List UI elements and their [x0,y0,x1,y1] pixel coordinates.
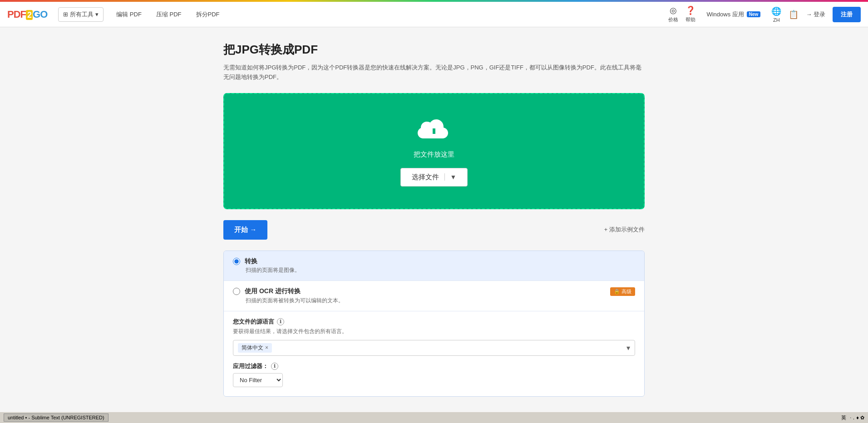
taskbar-icons: ·．♦ ✿ [850,414,864,421]
source-lang-desc: 要获得最佳结果，请选择文件包含的所有语言。 [233,328,635,335]
convert-desc: 扫描的页面将是图像。 [246,266,635,274]
filter-info-icon[interactable]: ℹ [271,363,278,370]
lang-tag-close-button[interactable]: × [265,344,268,351]
filter-label: 应用过滤器： ℹ [233,362,635,370]
convert-option-header: 转换 [233,257,635,266]
header: PDF2GO ⊞ 所有工具 ▾ 编辑 PDF 压缩 PDF 拆分PDF ◎ 价格… [0,2,868,27]
language-button[interactable]: 🌐 ZH [771,6,781,23]
choose-file-button[interactable]: 选择文件 ▼ [400,168,468,187]
svg-rect-1 [433,128,435,134]
convert-title: 转换 [245,257,257,266]
ocr-details-section: 您文件的源语言 ℹ 要获得最佳结果，请选择文件包含的所有语言。 简体中文 × ▾… [224,311,644,396]
windows-app-label: Windows 应用 [706,10,744,19]
nav-edit-pdf[interactable]: 编辑 PDF [111,8,147,21]
price-button[interactable]: ◎ 价格 [668,5,678,23]
clipboard-button[interactable]: 📋 [789,10,799,20]
lang-tag-label: 简体中文 [242,344,263,352]
help-icon: ❓ [686,5,695,15]
nav-split-pdf[interactable]: 拆分PDF [191,8,225,21]
nav-all-tools-label: 所有工具 [70,10,94,19]
taskbar-right: 英 ·．♦ ✿ [841,414,864,421]
upload-icon [418,116,450,145]
upload-area[interactable]: 把文件放这里 选择文件 ▼ [223,93,645,209]
logo-2: 2 [26,10,33,20]
register-button[interactable]: 注册 [833,7,861,22]
ocr-desc: 扫描的页面将被转换为可以编辑的文本。 [246,297,635,305]
main-content: 把JPG转换成PDF 无需知道如何将JPG转换为PDF，因为这个PDF转换器是您… [216,27,652,415]
taskbar-item[interactable]: untitled • - Sublime Text (UNREGISTERED) [4,413,108,422]
help-button[interactable]: ❓ 帮助 [686,5,695,23]
nav-compress-pdf[interactable]: 压缩 PDF [151,8,187,21]
grid-icon: ⊞ [63,11,68,18]
filter-select[interactable]: No Filter [233,373,283,387]
upload-label: 把文件放这里 [414,150,454,159]
action-row: 开始 → + 添加示例文件 [223,220,645,240]
options-panel: 转换 扫描的页面将是图像。 使用 OCR 进行转换 🔒 高级 扫描的页面将被转换… [223,251,645,397]
clipboard-icon: 📋 [789,10,799,20]
lang-label: ZH [773,17,780,23]
source-lang-info-icon[interactable]: ℹ [277,318,284,325]
page-title: 把JPG转换成PDF [223,42,645,58]
price-label: 价格 [668,16,678,23]
convert-option-row[interactable]: 转换 扫描的页面将是图像。 [224,251,644,281]
login-button[interactable]: → 登录 [806,10,825,19]
source-lang-label-text: 您文件的源语言 ℹ [233,318,635,326]
logo-go: GO [33,9,47,20]
taskbar-lang: 英 [841,414,846,421]
page-description: 无需知道如何将JPG转换为PDF，因为这个PDF转换器是您的快速在线解决方案。无… [223,63,645,82]
choose-file-label: 选择文件 [412,173,439,182]
lang-tag: 简体中文 × [238,343,272,353]
help-label: 帮助 [686,16,695,23]
logo-pdf: PDF [7,9,26,20]
chevron-down-icon: ▾ [95,11,99,18]
nav-all-tools[interactable]: ⊞ 所有工具 ▾ [58,7,104,22]
header-right: ◎ 价格 ❓ 帮助 Windows 应用 New 🌐 ZH 📋 → 登录 注册 [668,5,861,23]
convert-radio[interactable] [233,258,240,265]
premium-badge: 🔒 高级 [610,287,635,296]
ocr-radio[interactable] [233,288,240,295]
new-badge: New [747,11,761,17]
ocr-option-header: 使用 OCR 进行转换 🔒 高级 [233,287,635,296]
ocr-option-row[interactable]: 使用 OCR 进行转换 🔒 高级 扫描的页面将被转换为可以编辑的文本。 [224,281,644,311]
add-example-button[interactable]: + 添加示例文件 [604,226,645,234]
ocr-title: 使用 OCR 进行转换 [245,287,301,295]
language-select[interactable]: 简体中文 × ▾ [233,340,635,356]
globe-icon: 🌐 [771,6,781,16]
price-icon: ◎ [670,5,677,15]
windows-app-button[interactable]: Windows 应用 New [703,9,764,20]
taskbar: untitled • - Sublime Text (UNREGISTERED)… [0,412,868,423]
start-button[interactable]: 开始 → [223,220,267,240]
lang-dropdown-arrow-icon[interactable]: ▾ [626,344,630,352]
choose-file-dropdown-arrow[interactable]: ▼ [444,173,457,181]
logo[interactable]: PDF2GO [7,9,47,20]
